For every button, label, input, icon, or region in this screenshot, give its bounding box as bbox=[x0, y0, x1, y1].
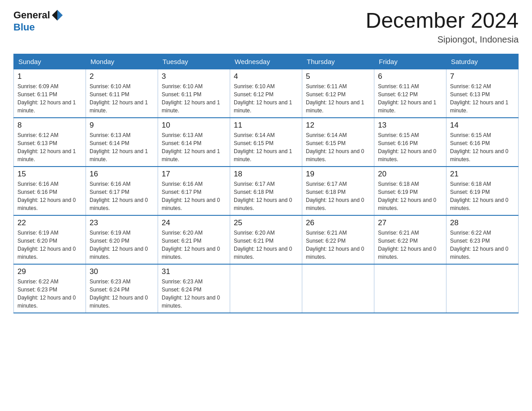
calendar-day-cell: 7 Sunrise: 6:12 AMSunset: 6:13 PMDayligh… bbox=[446, 69, 519, 118]
day-number: 16 bbox=[90, 170, 154, 179]
logo-general-text: General bbox=[13, 9, 50, 21]
day-number: 9 bbox=[90, 121, 154, 130]
day-number: 8 bbox=[17, 121, 82, 130]
day-number: 12 bbox=[306, 121, 370, 130]
day-info: Sunrise: 6:14 AMSunset: 6:15 PMDaylight:… bbox=[306, 132, 364, 163]
day-number: 15 bbox=[17, 170, 82, 179]
day-info: Sunrise: 6:21 AMSunset: 6:22 PMDaylight:… bbox=[306, 230, 364, 260]
calendar-day-cell: 16 Sunrise: 6:16 AMSunset: 6:17 PMDaylig… bbox=[86, 167, 158, 215]
day-number: 5 bbox=[306, 72, 370, 81]
title-area: December 2024 Sipiongot, Indonesia bbox=[365, 9, 519, 45]
day-number: 20 bbox=[378, 170, 442, 179]
calendar-week-row: 8 Sunrise: 6:12 AMSunset: 6:13 PMDayligh… bbox=[14, 118, 519, 167]
calendar-day-cell: 30 Sunrise: 6:23 AMSunset: 6:24 PMDaylig… bbox=[86, 264, 158, 313]
day-number: 29 bbox=[17, 267, 82, 276]
calendar-day-cell: 24 Sunrise: 6:20 AMSunset: 6:21 PMDaylig… bbox=[158, 215, 230, 264]
calendar-day-cell: 2 Sunrise: 6:10 AMSunset: 6:11 PMDayligh… bbox=[86, 69, 158, 118]
day-info: Sunrise: 6:18 AMSunset: 6:19 PMDaylight:… bbox=[450, 181, 508, 211]
day-number: 22 bbox=[17, 218, 82, 227]
day-info: Sunrise: 6:10 AMSunset: 6:12 PMDaylight:… bbox=[234, 83, 292, 114]
day-number: 1 bbox=[17, 72, 82, 81]
day-info: Sunrise: 6:15 AMSunset: 6:16 PMDaylight:… bbox=[378, 132, 436, 163]
day-info: Sunrise: 6:16 AMSunset: 6:17 PMDaylight:… bbox=[162, 181, 220, 211]
calendar-day-cell: 10 Sunrise: 6:13 AMSunset: 6:14 PMDaylig… bbox=[158, 118, 230, 167]
weekday-header-sunday: Sunday bbox=[14, 54, 86, 69]
calendar-day-cell: 14 Sunrise: 6:15 AMSunset: 6:16 PMDaylig… bbox=[446, 118, 519, 167]
calendar-day-cell: 26 Sunrise: 6:21 AMSunset: 6:22 PMDaylig… bbox=[302, 215, 374, 264]
calendar-day-cell: 8 Sunrise: 6:12 AMSunset: 6:13 PMDayligh… bbox=[14, 118, 86, 167]
day-info: Sunrise: 6:12 AMSunset: 6:13 PMDaylight:… bbox=[17, 132, 76, 163]
day-info: Sunrise: 6:23 AMSunset: 6:24 PMDaylight:… bbox=[162, 278, 220, 309]
header: General Blue December 2024 Sipiongot, In… bbox=[13, 9, 519, 45]
day-number: 4 bbox=[234, 72, 298, 81]
calendar-day-cell: 28 Sunrise: 6:22 AMSunset: 6:23 PMDaylig… bbox=[446, 215, 519, 264]
day-number: 14 bbox=[450, 121, 515, 130]
day-info: Sunrise: 6:17 AMSunset: 6:18 PMDaylight:… bbox=[306, 181, 364, 211]
day-number: 25 bbox=[234, 218, 298, 227]
calendar-day-cell: 22 Sunrise: 6:19 AMSunset: 6:20 PMDaylig… bbox=[14, 215, 86, 264]
calendar-week-row: 22 Sunrise: 6:19 AMSunset: 6:20 PMDaylig… bbox=[14, 215, 519, 264]
logo-blue-text: Blue bbox=[13, 21, 35, 33]
weekday-header-tuesday: Tuesday bbox=[158, 54, 230, 69]
calendar-week-row: 29 Sunrise: 6:22 AMSunset: 6:23 PMDaylig… bbox=[14, 264, 519, 313]
calendar-day-cell: 21 Sunrise: 6:18 AMSunset: 6:19 PMDaylig… bbox=[446, 167, 519, 215]
day-number: 24 bbox=[162, 218, 226, 227]
weekday-header-saturday: Saturday bbox=[446, 54, 519, 69]
day-number: 11 bbox=[234, 121, 298, 130]
calendar-day-cell: 25 Sunrise: 6:20 AMSunset: 6:21 PMDaylig… bbox=[230, 215, 302, 264]
day-number: 26 bbox=[306, 218, 370, 227]
calendar-day-cell bbox=[446, 264, 519, 313]
day-number: 21 bbox=[450, 170, 515, 179]
weekday-header-thursday: Thursday bbox=[302, 54, 374, 69]
calendar-day-cell: 9 Sunrise: 6:13 AMSunset: 6:14 PMDayligh… bbox=[86, 118, 158, 167]
calendar-day-cell: 13 Sunrise: 6:15 AMSunset: 6:16 PMDaylig… bbox=[374, 118, 446, 167]
day-number: 17 bbox=[162, 170, 226, 179]
calendar-table: SundayMondayTuesdayWednesdayThursdayFrid… bbox=[13, 54, 519, 313]
calendar-day-cell: 27 Sunrise: 6:21 AMSunset: 6:22 PMDaylig… bbox=[374, 215, 446, 264]
day-info: Sunrise: 6:11 AMSunset: 6:12 PMDaylight:… bbox=[378, 83, 436, 114]
day-info: Sunrise: 6:11 AMSunset: 6:12 PMDaylight:… bbox=[306, 83, 364, 114]
day-info: Sunrise: 6:20 AMSunset: 6:21 PMDaylight:… bbox=[162, 230, 220, 260]
calendar-day-cell: 1 Sunrise: 6:09 AMSunset: 6:11 PMDayligh… bbox=[14, 69, 86, 118]
svg-marker-1 bbox=[52, 10, 57, 21]
day-info: Sunrise: 6:13 AMSunset: 6:14 PMDaylight:… bbox=[90, 132, 148, 163]
day-info: Sunrise: 6:13 AMSunset: 6:14 PMDaylight:… bbox=[162, 132, 220, 163]
calendar-day-cell: 11 Sunrise: 6:14 AMSunset: 6:15 PMDaylig… bbox=[230, 118, 302, 167]
calendar-week-row: 15 Sunrise: 6:16 AMSunset: 6:16 PMDaylig… bbox=[14, 167, 519, 215]
day-info: Sunrise: 6:09 AMSunset: 6:11 PMDaylight:… bbox=[17, 83, 76, 114]
day-number: 23 bbox=[90, 218, 154, 227]
calendar-subtitle: Sipiongot, Indonesia bbox=[365, 34, 519, 45]
calendar-day-cell: 19 Sunrise: 6:17 AMSunset: 6:18 PMDaylig… bbox=[302, 167, 374, 215]
day-info: Sunrise: 6:22 AMSunset: 6:23 PMDaylight:… bbox=[450, 230, 508, 260]
day-info: Sunrise: 6:21 AMSunset: 6:22 PMDaylight:… bbox=[378, 230, 436, 260]
day-number: 6 bbox=[378, 72, 442, 81]
calendar-title: December 2024 bbox=[365, 9, 519, 33]
calendar-day-cell: 3 Sunrise: 6:10 AMSunset: 6:11 PMDayligh… bbox=[158, 69, 230, 118]
logo-flag-icon bbox=[51, 9, 64, 21]
day-number: 19 bbox=[306, 170, 370, 179]
calendar-day-cell: 5 Sunrise: 6:11 AMSunset: 6:12 PMDayligh… bbox=[302, 69, 374, 118]
calendar-day-cell: 17 Sunrise: 6:16 AMSunset: 6:17 PMDaylig… bbox=[158, 167, 230, 215]
calendar-day-cell bbox=[230, 264, 302, 313]
day-info: Sunrise: 6:17 AMSunset: 6:18 PMDaylight:… bbox=[234, 181, 292, 211]
day-info: Sunrise: 6:19 AMSunset: 6:20 PMDaylight:… bbox=[17, 230, 76, 260]
calendar-day-cell: 12 Sunrise: 6:14 AMSunset: 6:15 PMDaylig… bbox=[302, 118, 374, 167]
day-info: Sunrise: 6:16 AMSunset: 6:17 PMDaylight:… bbox=[90, 181, 148, 211]
svg-marker-0 bbox=[57, 10, 63, 21]
day-info: Sunrise: 6:16 AMSunset: 6:16 PMDaylight:… bbox=[17, 181, 76, 211]
day-number: 7 bbox=[450, 72, 515, 81]
day-number: 31 bbox=[162, 267, 226, 276]
calendar-day-cell: 18 Sunrise: 6:17 AMSunset: 6:18 PMDaylig… bbox=[230, 167, 302, 215]
day-info: Sunrise: 6:20 AMSunset: 6:21 PMDaylight:… bbox=[234, 230, 292, 260]
day-info: Sunrise: 6:23 AMSunset: 6:24 PMDaylight:… bbox=[90, 278, 148, 309]
calendar-day-cell: 29 Sunrise: 6:22 AMSunset: 6:23 PMDaylig… bbox=[14, 264, 86, 313]
logo: General Blue bbox=[13, 9, 64, 33]
calendar-day-cell bbox=[302, 264, 374, 313]
day-number: 27 bbox=[378, 218, 442, 227]
day-info: Sunrise: 6:15 AMSunset: 6:16 PMDaylight:… bbox=[450, 132, 508, 163]
day-info: Sunrise: 6:22 AMSunset: 6:23 PMDaylight:… bbox=[17, 278, 76, 309]
day-number: 28 bbox=[450, 218, 515, 227]
calendar-day-cell bbox=[374, 264, 446, 313]
weekday-header-monday: Monday bbox=[86, 54, 158, 69]
day-number: 30 bbox=[90, 267, 154, 276]
